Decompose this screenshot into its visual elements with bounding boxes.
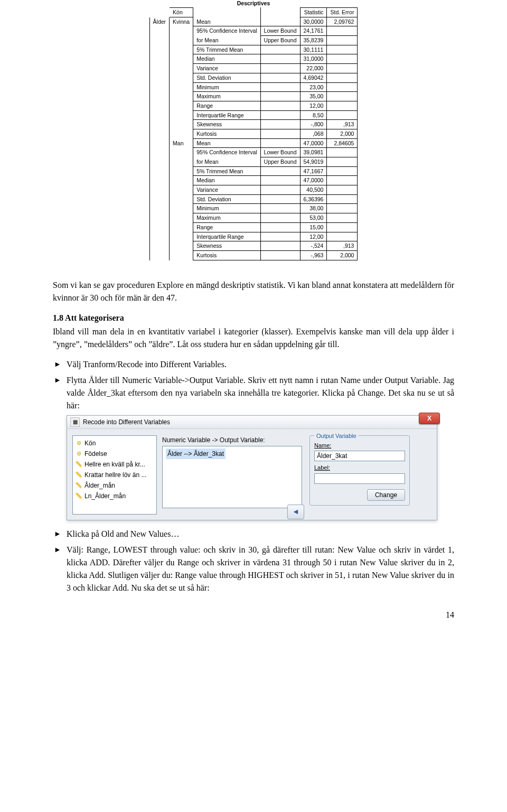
- output-variable-legend: Output Variable: [314, 432, 359, 441]
- variable-item[interactable]: 📏Hellre en kväll på kr...: [74, 459, 155, 470]
- recode-dialog: ▦ Recode into Different Variables X ⊚Kön…: [67, 415, 437, 520]
- output-label-label: Label:: [314, 463, 405, 472]
- scale-icon: 📏: [75, 471, 82, 479]
- numeric-output-value: Ålder --> Ålder_3kat: [166, 449, 226, 459]
- scale-icon: 📏: [75, 482, 82, 489]
- nominal-icon: ⊚: [75, 450, 82, 458]
- variable-item[interactable]: ⊚Födelse: [74, 449, 155, 459]
- numeric-output-box[interactable]: Ålder --> Ålder_3kat: [162, 446, 302, 508]
- variable-label: Krattar hellre löv än ...: [84, 470, 146, 480]
- variable-label: Hellre en kväll på kr...: [84, 460, 145, 469]
- close-button[interactable]: X: [419, 413, 440, 424]
- dialog-app-icon: ▦: [70, 417, 80, 427]
- page-number: 14: [53, 610, 454, 620]
- variable-item[interactable]: ⊚Kön: [74, 438, 155, 449]
- descriptives-table: KönStatisticStd. ErrorÅlderKvinnaMean30,…: [149, 7, 358, 260]
- variable-item[interactable]: 📏Krattar hellre löv än ...: [74, 470, 155, 480]
- variable-label: Födelse: [84, 449, 107, 459]
- list-item: Välj: Range, LOWEST through value: och s…: [53, 544, 454, 594]
- variable-label: Kön: [84, 438, 96, 448]
- variable-label: Ålder_mån: [84, 481, 115, 490]
- nominal-icon: ⊚: [75, 440, 82, 447]
- numeric-output-label: Numeric Variable -> Output Variable:: [162, 435, 302, 445]
- output-name-label: Name:: [314, 441, 405, 450]
- section-heading: 1.8 Att kategorisera: [53, 312, 454, 324]
- change-button[interactable]: Change: [367, 489, 405, 501]
- bullet-list-b: Klicka på Old and New Values…Välj: Range…: [53, 528, 454, 594]
- output-label-input[interactable]: [314, 473, 405, 484]
- descriptives-title: Descriptives: [149, 0, 358, 6]
- variable-label: Ln_Ålder_mån: [84, 491, 126, 501]
- bullet-list-a: Välj Tranform/Recode into Different Vari…: [53, 358, 454, 412]
- output-name-input[interactable]: [314, 451, 405, 461]
- variable-item[interactable]: 📏Ln_Ålder_mån: [74, 491, 155, 501]
- list-item: Välj Tranform/Recode into Different Vari…: [53, 358, 454, 371]
- variable-list[interactable]: ⊚Kön⊚Födelse📏Hellre en kväll på kr...📏Kr…: [72, 435, 157, 515]
- scale-icon: 📏: [75, 461, 82, 468]
- variable-item[interactable]: 📏Ålder_mån: [74, 480, 155, 491]
- move-left-button[interactable]: ◄: [287, 505, 304, 519]
- paragraph-intro: Som vi kan se gav proceduren Explore en …: [53, 279, 454, 304]
- paragraph-kategorisera: Ibland vill man dela in en kvantitativ v…: [53, 325, 454, 351]
- list-item: Klicka på Old and New Values…: [53, 528, 454, 540]
- dialog-title: Recode into Different Variables: [83, 417, 170, 427]
- scale-icon: 📏: [75, 492, 82, 500]
- list-item: Flytta Ålder till Numeric Variable->Outp…: [53, 374, 454, 412]
